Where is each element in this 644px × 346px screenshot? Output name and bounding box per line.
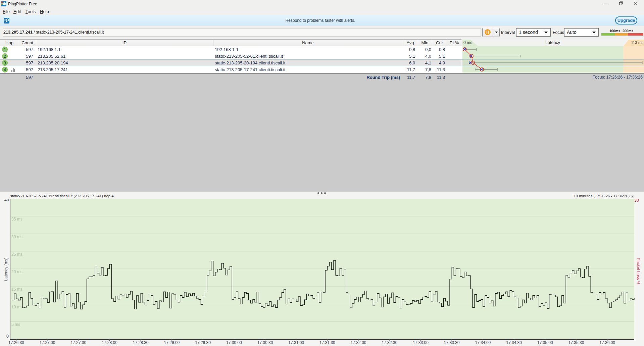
svg-text:17:34:30: 17:34:30 (506, 340, 522, 345)
svg-text:Latency (ms): Latency (ms) (4, 257, 8, 281)
svg-text:30 ms: 30 ms (11, 235, 22, 239)
svg-text:15 ms: 15 ms (11, 287, 22, 292)
svg-text:17:33:30: 17:33:30 (444, 340, 460, 345)
svg-text:Packet Loss %: Packet Loss % (636, 258, 641, 285)
svg-text:17:29:30: 17:29:30 (195, 340, 211, 345)
svg-text:17:31:30: 17:31:30 (319, 340, 335, 345)
svg-text:25 ms: 25 ms (11, 252, 22, 257)
svg-text:17:33:00: 17:33:00 (413, 340, 429, 345)
svg-text:20 ms: 20 ms (11, 269, 22, 274)
svg-text:30: 30 (634, 199, 639, 203)
svg-text:17:35:30: 17:35:30 (568, 340, 584, 345)
svg-text:17:35:00: 17:35:00 (537, 340, 553, 345)
svg-text:17:36:00: 17:36:00 (599, 340, 615, 345)
svg-text:17:34:00: 17:34:00 (475, 340, 491, 345)
svg-text:17:29:00: 17:29:00 (164, 340, 180, 345)
svg-text:17:28:00: 17:28:00 (102, 340, 117, 345)
svg-text:17:30:30: 17:30:30 (257, 340, 273, 345)
svg-text:17:26:30: 17:26:30 (8, 340, 24, 345)
svg-text:17:27:30: 17:27:30 (70, 340, 86, 345)
svg-text:17:32:00: 17:32:00 (351, 340, 366, 345)
svg-text:113 ms: 113 ms (631, 41, 643, 45)
svg-text:0 ms: 0 ms (463, 40, 472, 45)
svg-text:0: 0 (6, 334, 9, 339)
svg-text:17:30:00: 17:30:00 (226, 340, 242, 345)
svg-text:10 ms: 10 ms (11, 305, 22, 309)
svg-text:5 ms: 5 ms (11, 322, 20, 327)
svg-text:17:28:30: 17:28:30 (133, 340, 149, 345)
svg-text:Latency: Latency (545, 40, 560, 45)
svg-text:40: 40 (4, 199, 9, 202)
svg-text:35 ms: 35 ms (11, 217, 22, 221)
svg-text:17:27:00: 17:27:00 (40, 340, 55, 345)
svg-text:17:32:30: 17:32:30 (382, 340, 397, 345)
svg-text:17:31:00: 17:31:00 (288, 340, 304, 345)
